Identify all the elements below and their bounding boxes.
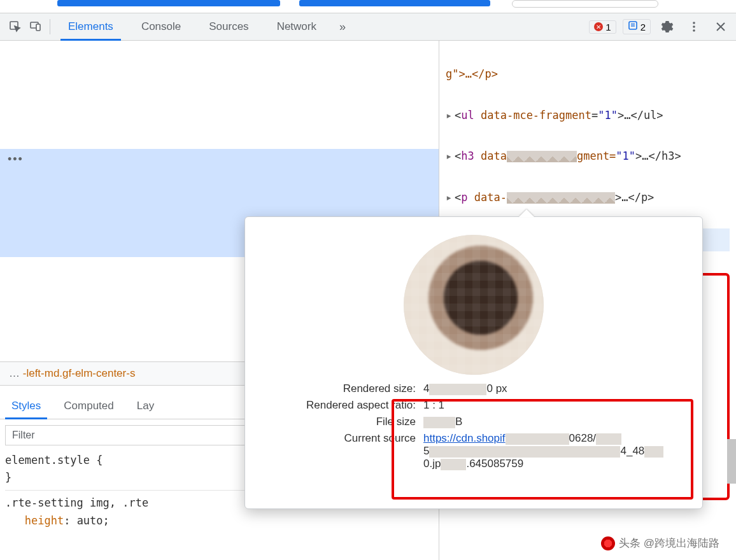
devtools-toolbar: Elements Console Sources Network » ✕ 1 2: [0, 13, 736, 41]
issues-icon: [628, 20, 638, 33]
dom-node[interactable]: ▸<h3 datagment="1">…</h3>: [446, 146, 730, 166]
watermark-text: 头条 @跨境出海陆路: [619, 536, 719, 550]
tab-elements[interactable]: Elements: [54, 14, 127, 40]
tab-sources[interactable]: Sources: [195, 14, 262, 40]
breadcrumb-class: -left-md.gf-elm-center-s: [23, 367, 136, 379]
css-line: height: auto;: [5, 512, 434, 529]
device-toggle-icon[interactable]: [25, 17, 46, 37]
inspect-element-icon[interactable]: [5, 17, 25, 37]
svg-point-7: [693, 25, 695, 28]
subtab-computed[interactable]: Computed: [52, 393, 125, 419]
value-current-source[interactable]: https://cdn.shopif0628/ 54_48 0.jp.64508…: [423, 432, 691, 470]
input-fragment: [512, 0, 658, 8]
label-rendered-size: Rendered size:: [257, 382, 416, 395]
devtools-tabs: Elements Console Sources Network »: [54, 14, 355, 40]
more-tabs-icon[interactable]: »: [330, 14, 355, 40]
scrollbar-thumb[interactable]: [727, 439, 736, 484]
label-file-size: File size: [257, 416, 416, 428]
tab-network[interactable]: Network: [263, 14, 330, 40]
error-icon: ✕: [594, 22, 603, 31]
svg-rect-2: [36, 24, 40, 31]
value-file-size: B: [423, 416, 691, 428]
label-aspect-ratio: Rendered aspect ratio:: [257, 399, 416, 412]
error-count[interactable]: ✕ 1: [589, 20, 616, 34]
dom-node[interactable]: ▸<p data->…</p>: [446, 187, 730, 207]
dom-node[interactable]: ▸<ul data-mce-fragment="1">…</ul>: [446, 105, 730, 125]
toutiao-logo-icon: [601, 536, 615, 550]
subtab-layout[interactable]: Lay: [125, 393, 166, 419]
current-source-link[interactable]: https://cdn.shopif: [423, 432, 506, 444]
blue-button-fragment: [299, 0, 490, 6]
svg-point-6: [693, 22, 695, 24]
error-number: 1: [605, 22, 611, 32]
image-preview: [404, 235, 544, 375]
dom-node[interactable]: g">…</p>: [446, 64, 730, 84]
value-rendered-size: 40 px: [423, 382, 691, 395]
kebab-menu-icon[interactable]: [684, 17, 704, 37]
tab-console[interactable]: Console: [127, 14, 195, 40]
watermark: 头条 @跨境出海陆路: [595, 534, 726, 552]
settings-icon[interactable]: [657, 17, 677, 37]
label-current-source: Current source: [257, 432, 416, 470]
ellipsis-icon: •••: [0, 149, 439, 170]
breadcrumb-ellipsis: …: [9, 367, 20, 379]
svg-point-8: [693, 29, 695, 32]
close-icon[interactable]: [711, 17, 731, 37]
svg-rect-4: [631, 24, 635, 25]
subtab-styles[interactable]: Styles: [0, 393, 52, 419]
image-hover-tooltip: Rendered size: 40 px Rendered aspect rat…: [244, 216, 703, 509]
browser-top-fragment: [0, 0, 736, 8]
svg-rect-5: [631, 25, 635, 27]
blue-button-fragment: [57, 0, 280, 6]
issues-count[interactable]: 2: [623, 19, 651, 34]
issues-number: 2: [640, 22, 646, 32]
value-aspect-ratio: 1 : 1: [423, 399, 691, 412]
